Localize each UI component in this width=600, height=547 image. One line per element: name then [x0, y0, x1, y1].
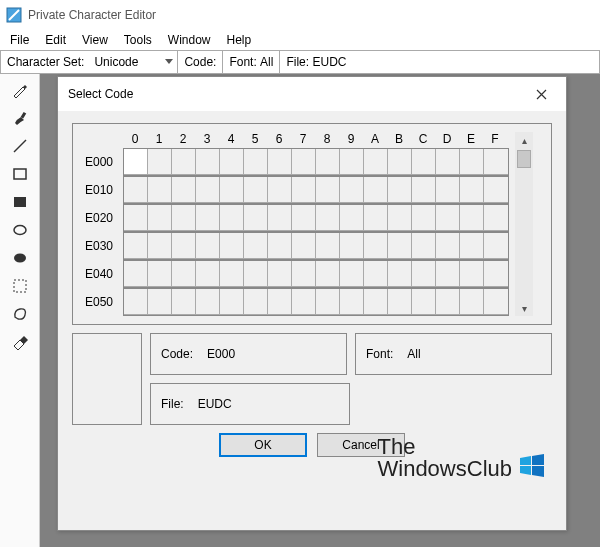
grid-cell[interactable] [292, 205, 316, 231]
grid-cell[interactable] [316, 149, 340, 175]
grid-cell[interactable] [412, 177, 436, 203]
menu-help[interactable]: Help [219, 31, 260, 49]
grid-cell[interactable] [148, 261, 172, 287]
grid-cell[interactable] [412, 261, 436, 287]
grid-cell[interactable] [340, 289, 364, 315]
menu-tools[interactable]: Tools [116, 31, 160, 49]
grid-cell[interactable] [268, 261, 292, 287]
grid-cell[interactable] [292, 233, 316, 259]
grid-cell[interactable] [364, 205, 388, 231]
grid-cell[interactable] [172, 177, 196, 203]
grid-cell[interactable] [364, 289, 388, 315]
grid-cell[interactable] [484, 233, 508, 259]
line-tool[interactable] [10, 136, 30, 156]
brush-tool[interactable] [10, 108, 30, 128]
grid-cell[interactable] [364, 177, 388, 203]
grid-cell[interactable] [220, 289, 244, 315]
close-button[interactable] [526, 79, 556, 109]
select-tool[interactable] [10, 276, 30, 296]
grid-cell[interactable] [244, 177, 268, 203]
grid-cell[interactable] [412, 289, 436, 315]
grid-cell[interactable] [196, 149, 220, 175]
grid-cell[interactable] [484, 261, 508, 287]
grid-cell[interactable] [124, 205, 148, 231]
grid-cell[interactable] [172, 289, 196, 315]
scroll-up-icon[interactable]: ▴ [516, 132, 532, 148]
grid-cell[interactable] [436, 233, 460, 259]
grid-cell[interactable] [148, 233, 172, 259]
pencil-tool[interactable] [10, 80, 30, 100]
grid-cell[interactable] [316, 261, 340, 287]
menu-window[interactable]: Window [160, 31, 219, 49]
grid-cell[interactable] [436, 177, 460, 203]
grid-cell[interactable] [124, 177, 148, 203]
grid-cell[interactable] [196, 289, 220, 315]
charset-dropdown[interactable]: Unicode [88, 51, 178, 73]
menu-view[interactable]: View [74, 31, 116, 49]
grid-cell[interactable] [460, 233, 484, 259]
grid-cell[interactable] [292, 177, 316, 203]
grid-cell[interactable] [172, 261, 196, 287]
rect-outline-tool[interactable] [10, 164, 30, 184]
scroll-down-icon[interactable]: ▾ [516, 300, 532, 316]
grid-cell[interactable] [268, 177, 292, 203]
grid-cell[interactable] [220, 205, 244, 231]
grid-cell[interactable] [436, 205, 460, 231]
grid-cell[interactable] [412, 233, 436, 259]
grid-cell[interactable] [388, 149, 412, 175]
grid-cell[interactable] [484, 149, 508, 175]
grid-cell[interactable] [148, 289, 172, 315]
grid-cell[interactable] [484, 289, 508, 315]
grid-cell[interactable] [388, 233, 412, 259]
grid-cell[interactable] [388, 205, 412, 231]
grid-cell[interactable] [364, 233, 388, 259]
ellipse-outline-tool[interactable] [10, 220, 30, 240]
grid-cell[interactable] [172, 205, 196, 231]
grid-cell[interactable] [388, 289, 412, 315]
grid-cell[interactable] [292, 289, 316, 315]
grid-cell[interactable] [340, 177, 364, 203]
grid-cell[interactable] [244, 261, 268, 287]
grid-cell[interactable] [340, 149, 364, 175]
grid-cell[interactable] [364, 149, 388, 175]
grid-cell[interactable] [268, 149, 292, 175]
grid-cell[interactable] [124, 233, 148, 259]
menu-file[interactable]: File [2, 31, 37, 49]
cancel-button[interactable]: Cancel [317, 433, 405, 457]
grid-cell[interactable] [220, 149, 244, 175]
grid-cell[interactable] [124, 149, 148, 175]
grid-cell[interactable] [244, 205, 268, 231]
grid-cell[interactable] [460, 289, 484, 315]
grid-cell[interactable] [196, 205, 220, 231]
grid-cell[interactable] [340, 261, 364, 287]
grid-cell[interactable] [316, 177, 340, 203]
grid-cell[interactable] [220, 233, 244, 259]
grid-cell[interactable] [268, 233, 292, 259]
grid-cell[interactable] [268, 289, 292, 315]
grid-scrollbar[interactable]: ▴ ▾ [515, 132, 533, 316]
grid-cell[interactable] [220, 261, 244, 287]
rect-filled-tool[interactable] [10, 192, 30, 212]
grid-cell[interactable] [196, 261, 220, 287]
grid-cell[interactable] [244, 289, 268, 315]
grid-cell[interactable] [364, 261, 388, 287]
grid-cell[interactable] [460, 177, 484, 203]
grid-cell[interactable] [412, 205, 436, 231]
grid-cell[interactable] [460, 205, 484, 231]
grid-cell[interactable] [172, 233, 196, 259]
grid-cell[interactable] [172, 149, 196, 175]
grid-cell[interactable] [388, 177, 412, 203]
grid-cell[interactable] [268, 205, 292, 231]
grid-cell[interactable] [340, 233, 364, 259]
scroll-thumb[interactable] [517, 150, 531, 168]
grid-cell[interactable] [316, 205, 340, 231]
eraser-tool[interactable] [10, 332, 30, 352]
grid-cell[interactable] [220, 177, 244, 203]
grid-cell[interactable] [244, 149, 268, 175]
grid-cell[interactable] [196, 177, 220, 203]
grid-cell[interactable] [148, 149, 172, 175]
grid-cell[interactable] [436, 261, 460, 287]
grid-cell[interactable] [148, 205, 172, 231]
grid-cell[interactable] [412, 149, 436, 175]
grid-cell[interactable] [436, 149, 460, 175]
